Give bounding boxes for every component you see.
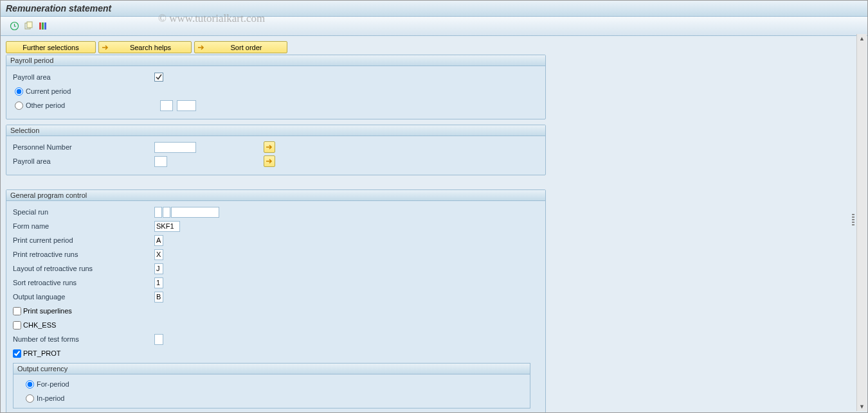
sort-retro-label: Sort retroactive runs [13, 279, 154, 286]
personnel-number-input[interactable] [154, 142, 196, 153]
payroll-area-multi-button[interactable] [264, 155, 275, 167]
prt-prot-label: PRT_PROT [23, 349, 60, 357]
button-label: Sort order [210, 44, 283, 51]
svg-rect-5 [44, 22, 46, 30]
sort-retro-input[interactable] [154, 277, 163, 288]
vertical-scrollbar[interactable]: ▲ ▼ [856, 34, 867, 411]
for-period-radio[interactable] [26, 380, 34, 389]
special-run-input-1[interactable] [154, 207, 162, 218]
special-run-label: Special run [13, 208, 154, 216]
selection-buttons: Further selections Search helps Sort ord… [6, 41, 862, 53]
search-helps-button[interactable]: Search helps [98, 41, 192, 53]
svg-rect-3 [39, 22, 41, 30]
chk-ess-checkbox[interactable] [13, 321, 21, 330]
current-period-radio[interactable] [15, 87, 23, 96]
for-period-label: For-period [37, 380, 69, 388]
print-superlines-checkbox[interactable] [13, 307, 21, 315]
svg-rect-4 [42, 22, 44, 30]
page-title: Remuneration statement [6, 3, 111, 13]
form-name-label: Form name [13, 222, 154, 230]
get-variant-icon[interactable] [23, 21, 34, 32]
other-period-label: Other period [26, 101, 158, 109]
payroll-area-sel-input[interactable] [154, 156, 167, 167]
group-header: Payroll period [6, 55, 545, 66]
selection-group: Selection Personnel Number Payroll area [6, 125, 546, 175]
personnel-number-multi-button[interactable] [264, 141, 275, 153]
payroll-area-label: Payroll area [13, 73, 154, 81]
group-header: Selection [6, 125, 545, 136]
payroll-area-sel-label: Payroll area [13, 157, 154, 165]
print-current-label: Print current period [13, 236, 154, 244]
other-period-input-1[interactable] [160, 100, 173, 111]
output-lang-input[interactable] [154, 292, 163, 303]
personnel-number-label: Personnel Number [13, 143, 154, 151]
current-period-label: Current period [26, 87, 71, 95]
prt-prot-checkbox[interactable] [13, 349, 21, 358]
svg-rect-2 [27, 22, 32, 28]
num-test-forms-label: Number of test forms [13, 335, 154, 343]
print-retro-input[interactable] [154, 249, 163, 260]
form-name-input[interactable] [154, 221, 180, 232]
group-header: General program control [6, 190, 545, 201]
payroll-area-checkbox[interactable] [154, 73, 163, 82]
arrow-right-icon [197, 43, 206, 52]
special-run-input-3[interactable] [171, 207, 219, 218]
button-label: Further selections [23, 44, 78, 51]
sort-order-button[interactable]: Sort order [194, 41, 287, 53]
drag-handle-icon[interactable] [852, 207, 856, 233]
chk-ess-label: CHK_ESS [23, 321, 56, 329]
other-period-input-2[interactable] [177, 100, 196, 111]
num-test-forms-input[interactable] [154, 334, 163, 345]
output-currency-group: Output currency For-period In-period [13, 363, 530, 409]
arrow-right-icon [101, 43, 110, 52]
special-run-input-2[interactable] [163, 207, 170, 218]
content-area: Further selections Search helps Sort ord… [1, 36, 867, 413]
in-period-label: In-period [37, 394, 64, 402]
print-current-input[interactable] [154, 235, 163, 246]
color-legend-icon[interactable] [37, 21, 48, 32]
payroll-period-group: Payroll period Payroll area Current peri… [6, 55, 546, 119]
print-superlines-label: Print superlines [23, 307, 72, 315]
scroll-up-icon[interactable]: ▲ [858, 34, 867, 43]
output-lang-label: Output language [13, 293, 154, 301]
layout-retro-input[interactable] [154, 263, 163, 274]
other-period-radio[interactable] [15, 101, 23, 110]
group-header: Output currency [14, 364, 530, 374]
execute-icon[interactable] [8, 21, 20, 32]
layout-retro-label: Layout of retroactive runs [13, 265, 154, 272]
print-retro-label: Print retroactive runs [13, 250, 154, 258]
app-toolbar [1, 17, 867, 36]
scroll-down-icon[interactable]: ▼ [858, 402, 867, 411]
further-selections-button[interactable]: Further selections [6, 41, 96, 53]
in-period-radio[interactable] [26, 394, 34, 403]
title-bar: Remuneration statement [1, 1, 867, 17]
general-control-group: General program control Special run Form… [6, 189, 546, 413]
button-label: Search helps [114, 44, 187, 51]
